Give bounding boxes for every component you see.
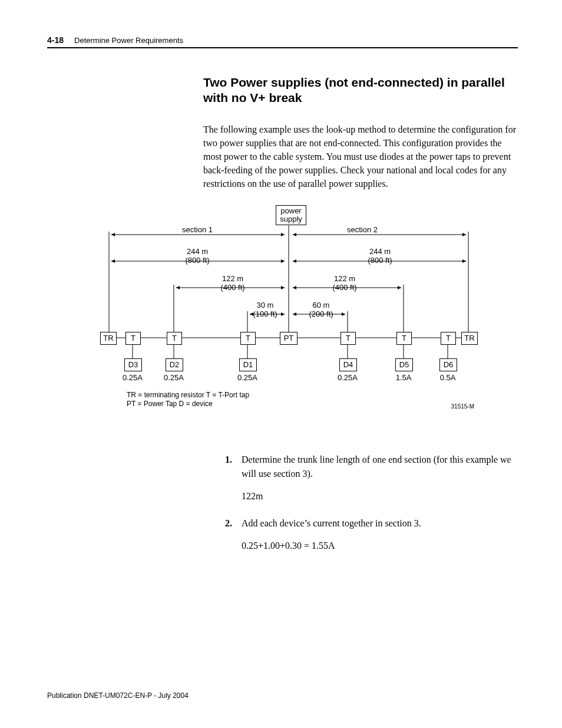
dist-400-left: 122 m (400 ft): [209, 275, 256, 292]
step-1-num: 1.: [225, 453, 242, 481]
d3: D3: [124, 358, 142, 371]
intro-paragraph: The following example uses the look-up m…: [203, 123, 518, 191]
section2-label: section 2: [339, 226, 386, 234]
d2: D2: [166, 358, 183, 371]
step-1-text: Determine the trunk line length of one e…: [242, 453, 518, 481]
page-header: 4-18 Determine Power Requirements: [47, 35, 518, 48]
step-2-value: 0.25+1.00+0.30 = 1.55A: [242, 539, 518, 553]
d4: D4: [339, 358, 357, 371]
section1-label: section 1: [174, 226, 221, 234]
step-2-text: Add each device’s current together in se…: [242, 516, 518, 531]
c-d4: 0.25A: [335, 373, 361, 382]
t1: T: [125, 332, 141, 345]
d6: D6: [439, 358, 457, 371]
figure-id: 31515-M: [451, 403, 474, 410]
publication-footer: Publication DNET-UM072C-EN-P - July 2004: [47, 691, 189, 700]
dist-100m: 30 m: [257, 301, 274, 309]
legend-line1: TR = terminating resistor T = T-Port tap: [127, 391, 249, 400]
step-1-value: 122m: [242, 489, 518, 503]
dist-400m-r: 122 m: [334, 274, 355, 283]
tr-right: TR: [461, 332, 478, 345]
step-2-num: 2.: [225, 516, 242, 531]
c-d1: 0.25A: [234, 373, 260, 382]
dist-800-right: 244 m (800 ft): [356, 248, 404, 265]
c-d3: 0.25A: [120, 373, 146, 382]
t6: T: [441, 332, 456, 345]
d1: D1: [239, 358, 257, 371]
c-d5: 1.5A: [392, 373, 415, 382]
power-supply-box: power supply: [276, 205, 306, 225]
dist-100: 30 m (100 ft): [244, 301, 286, 318]
dist-800m-l: 244 m: [187, 247, 208, 256]
dist-200ft: (200 ft): [309, 309, 333, 318]
dist-400ft-l: (400 ft): [220, 283, 244, 292]
t3: T: [240, 332, 256, 345]
step-2: 2. Add each device’s current together in…: [225, 516, 518, 531]
dist-100ft: (100 ft): [253, 309, 277, 318]
dist-400m-l: 122 m: [222, 274, 243, 283]
c-d2: 0.25A: [161, 373, 187, 382]
dist-200m: 60 m: [313, 301, 330, 309]
dist-800ft-l: (800 ft): [185, 256, 209, 265]
diagram-legend: TR = terminating resistor T = T-Port tap…: [127, 391, 249, 409]
dist-400-right: 122 m (400 ft): [321, 275, 368, 292]
dist-800m-r: 244 m: [369, 247, 391, 256]
d5: D5: [395, 358, 413, 371]
dist-800-left: 244 m (800 ft): [174, 248, 221, 265]
t2: T: [167, 332, 182, 345]
steps-list: 1. Determine the trunk line length of on…: [225, 453, 518, 553]
dist-400ft-r: (400 ft): [332, 283, 356, 292]
c-d6: 0.5A: [436, 373, 459, 382]
pt: PT: [280, 332, 297, 345]
legend-line2: PT = Power Tap D = device: [127, 400, 249, 409]
step-1: 1. Determine the trunk line length of on…: [225, 453, 518, 481]
chapter-title: Determine Power Requirements: [74, 36, 183, 45]
dist-200: 60 m (200 ft): [300, 301, 342, 318]
t4: T: [340, 332, 356, 345]
dist-800ft-r: (800 ft): [368, 256, 392, 265]
section-title: Two Power supplies (not end-connected) i…: [203, 75, 518, 106]
tr-left: TR: [100, 332, 117, 345]
t5: T: [396, 332, 412, 345]
power-diagram: power supply section 1 section 2 244 m (…: [103, 205, 474, 423]
page-number: 4-18: [47, 35, 64, 45]
